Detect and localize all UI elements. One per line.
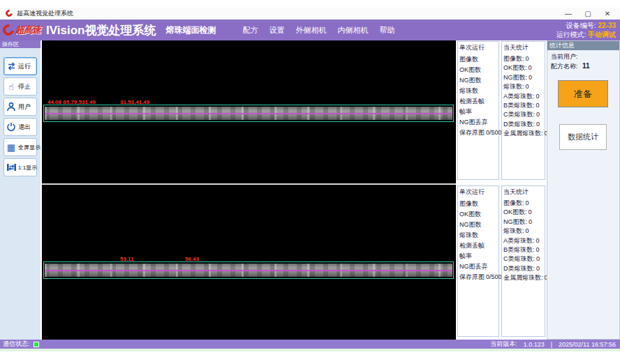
stat-row: 熔珠数 [458, 230, 499, 241]
power-icon [6, 121, 17, 132]
prepare-button[interactable]: 准备 [558, 80, 608, 107]
stat-row: 检测丢帧 [458, 96, 499, 107]
stat-row: 图像数:0 [502, 54, 545, 63]
stat-row: 帧率 [458, 251, 499, 261]
window-title: 超高速视觉处理系统 [17, 9, 73, 18]
device-info: 设备编号: 22-33 运行模式: 手动调试 [556, 21, 616, 39]
run-mode-label: 运行模式: [556, 31, 586, 38]
stat-row: D类熔珠数:0 [502, 120, 545, 129]
camera-viewport: 44.08 85.79,531.49 31.53,41.49 53.11 56.… [42, 40, 456, 340]
app-header: 超高速 IVision视觉处理系统 熔珠端面检测 配方 设置 外侧相机 内侧相机… [0, 20, 620, 40]
bead-line [45, 113, 452, 114]
recipe-name-value: 11 [582, 62, 590, 70]
menu-item-recipe[interactable]: 配方 [242, 25, 258, 36]
current-user-row: 当前用户: [547, 52, 581, 61]
one-to-one-display-button[interactable]: 1:1显示 [3, 158, 37, 176]
bead-line [45, 270, 452, 271]
stat-row: A类熔珠数:0 [502, 236, 545, 245]
stop-button[interactable]: ☝ 停止 [3, 77, 37, 96]
stat-row: 熔珠数:0 [502, 227, 545, 236]
user-button[interactable]: 用户 [3, 98, 37, 116]
status-separator: | [551, 341, 552, 348]
status-bar: 通信状态: 当前版本: 1.0.123 | 2025/02/11 16:57:5… [0, 340, 620, 349]
weld-strip-image [45, 107, 452, 120]
statistics-info-panel: 统计信息 当前用户: 配方名称: 11 准备 数据统计 [547, 40, 620, 340]
stat-row: NG图数:0 [502, 218, 545, 227]
stat-row: 图像数 [458, 199, 499, 209]
single-run-groupbox: 单次运行 图像数 OK图数 NG图数 熔珠数 检测丢帧 帧率 NG图丢弃 保存原… [457, 41, 499, 180]
recipe-name-label: 配方名称: [551, 63, 578, 70]
menu-item-settings[interactable]: 设置 [269, 25, 284, 36]
stat-row: C类熔珠数:0 [502, 255, 545, 264]
statistics-column: 单次运行 图像数 OK图数 NG图数 熔珠数 检测丢帧 帧率 NG图丢弃 保存原… [457, 40, 545, 340]
single-run-title: 单次运行 [458, 42, 499, 54]
maximize-button[interactable]: ▢ [578, 7, 598, 20]
close-button[interactable]: ✕ [598, 7, 617, 20]
stat-row: B类熔珠数:0 [502, 101, 545, 110]
outer-camera-image[interactable]: 44.08 85.79,531.49 31.53,41.49 [42, 40, 456, 183]
menu-item-help[interactable]: 帮助 [379, 25, 394, 36]
camera2-stats-section: 单次运行 图像数 OK图数 NG图数 熔珠数 检测丢帧 帧率 NG图丢弃 保存原… [457, 185, 545, 340]
daily-stats-title: 当天统计 [502, 186, 545, 199]
single-run-groupbox: 单次运行 图像数 OK图数 NG图数 熔珠数 检测丢帧 帧率 NG图丢弃 保存原… [457, 185, 499, 337]
version-label: 当前版本: [490, 340, 517, 349]
stat-row: OK图数 [458, 65, 499, 75]
window-controls: — ▢ ✕ [559, 7, 617, 20]
daily-stats-groupbox: 当天统计 图像数:0 OK图数:0 NG图数:0 熔珠数:0 A类熔珠数:0 B… [501, 41, 545, 180]
datetime-value: 2025/02/11 16:57:56 [559, 341, 616, 348]
stat-row: D类熔珠数:0 [502, 264, 545, 273]
stat-row: NG图丢弃 [458, 117, 499, 128]
stat-row: OK图数 [458, 209, 499, 220]
stat-row: 熔珠数:0 [502, 82, 545, 91]
user-button-label: 用户 [18, 103, 31, 112]
menu-item-outer-camera[interactable]: 外侧相机 [295, 25, 326, 36]
window-titlebar: 超高速视觉处理系统 — ▢ ✕ [0, 7, 620, 20]
exit-button[interactable]: 退出 [3, 118, 37, 136]
fullscreen-grid-icon: ▦ [6, 142, 17, 153]
daily-stats-groupbox: 当天统计 图像数:0 OK图数:0 NG图数:0 熔珠数:0 A类熔珠数:0 B… [501, 185, 545, 337]
run-button-label: 运行 [18, 62, 31, 71]
fullscreen-display-button[interactable]: ▦ 全屏显示 [3, 138, 37, 156]
app-title: IVision视觉处理系统 [46, 22, 156, 38]
run-icon [6, 61, 17, 72]
stat-row: 检测丢帧 [458, 241, 499, 251]
stat-row: NG图数 [458, 75, 499, 86]
stat-row: 保存原图0/500 [458, 128, 499, 138]
stat-row: 保存原图0/500 [458, 272, 499, 282]
operation-sidebar: 操作区 运行 ☝ 停止 用户 [0, 40, 40, 340]
stat-row: A类熔珠数:0 [502, 92, 545, 101]
minimize-button[interactable]: — [559, 7, 578, 20]
brand-logo-icon [1, 22, 16, 38]
current-user-label: 当前用户: [551, 53, 578, 60]
exit-button-label: 退出 [18, 123, 31, 132]
device-number-value: 22-33 [598, 22, 616, 29]
menu-item-inner-camera[interactable]: 内侧相机 [337, 25, 368, 36]
app-window: 超高速视觉处理系统 — ▢ ✕ 超高速 IVision视觉处理系统 熔珠端面检测… [0, 0, 620, 364]
stat-row: 图像数:0 [502, 199, 545, 208]
one-to-one-button-label: 1:1显示 [18, 164, 37, 172]
one-to-one-icon [6, 162, 17, 173]
stop-hand-icon: ☝ [6, 81, 17, 92]
taskbar-edge [0, 349, 620, 351]
status-bar-right: 当前版本: 1.0.123 | 2025/02/11 16:57:56 [490, 340, 616, 349]
weld-strip-image [45, 264, 452, 277]
main-content: 操作区 运行 ☝ 停止 用户 [0, 40, 620, 340]
run-button[interactable]: 运行 [3, 57, 37, 75]
app-subtitle: 熔珠端面检测 [165, 24, 216, 36]
stop-button-label: 停止 [18, 82, 31, 91]
detection-box [43, 261, 454, 279]
app-logo-icon [4, 8, 14, 18]
inner-camera-image[interactable]: 53.11 56.43 [42, 185, 456, 340]
stat-row: NG图数 [458, 220, 499, 230]
recipe-name-row: 配方名称: 11 [547, 62, 590, 71]
stat-row: 金属屑熔珠数:0 [502, 273, 545, 282]
comm-status-indicator [34, 342, 39, 347]
version-value: 1.0.123 [524, 341, 545, 348]
camera1-stats-section: 单次运行 图像数 OK图数 NG图数 熔珠数 检测丢帧 帧率 NG图丢弃 保存原… [457, 40, 545, 183]
stat-row: C类熔珠数:0 [502, 110, 545, 119]
main-menu: 配方 设置 外侧相机 内侧相机 帮助 [242, 25, 394, 36]
user-icon [6, 101, 17, 112]
stat-row: 熔珠数 [458, 86, 499, 96]
data-statistics-button[interactable]: 数据统计 [559, 124, 607, 150]
stat-row: 帧率 [458, 107, 499, 117]
